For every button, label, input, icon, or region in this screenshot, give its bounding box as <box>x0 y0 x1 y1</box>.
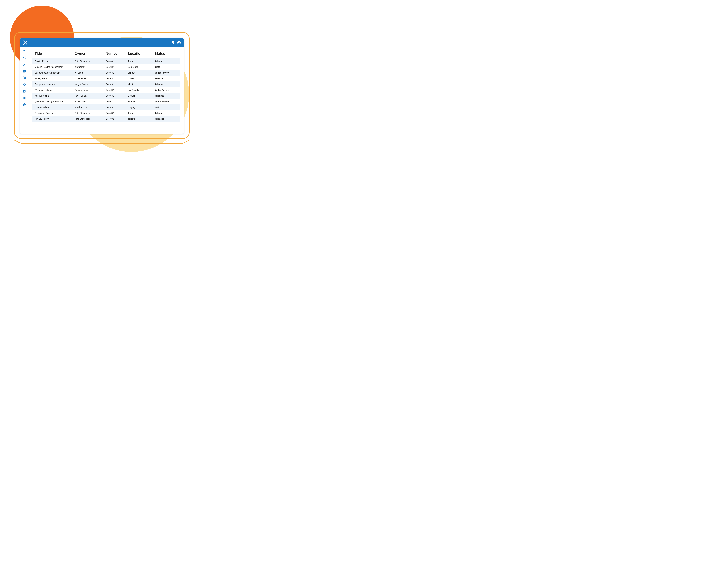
share-icon[interactable] <box>22 55 27 60</box>
svg-point-18 <box>24 105 25 106</box>
cell-title: Safety Plans <box>32 76 72 81</box>
table-row[interactable]: Material Testing AssessmentIan CarterDoc… <box>32 64 180 70</box>
cell-title: Terms and Conditions <box>32 110 72 116</box>
cell-number: Doc v3.1 <box>103 110 125 116</box>
cell-title: Subcontractor Agreement <box>32 70 72 76</box>
cell-number: Doc v3.1 <box>103 70 125 76</box>
gear-icon[interactable] <box>22 96 27 100</box>
cell-owner: Lucia Rojas <box>72 76 103 81</box>
cell-location: Toronto <box>125 58 152 64</box>
table-row[interactable]: Work InstructionsTamara PetersDoc v3.1Lo… <box>32 87 180 93</box>
dashboard-icon[interactable] <box>22 76 27 80</box>
home-icon[interactable] <box>22 49 27 53</box>
cell-number: Doc v3.1 <box>103 105 125 110</box>
svg-point-3 <box>25 56 26 57</box>
cell-owner: Pete Stevenson <box>72 116 103 122</box>
check-icon[interactable] <box>22 69 27 73</box>
cell-owner: Pete Stevenson <box>72 58 103 64</box>
cell-number: Doc v3.1 <box>103 87 125 93</box>
laptop-base <box>14 138 190 144</box>
cell-status: Released <box>152 116 180 122</box>
documents-table: Title Owner Number Location Status Quali… <box>32 50 180 122</box>
col-header-title[interactable]: Title <box>32 50 72 58</box>
table-row[interactable]: 2024 RoadmapKendra TemuDoc v3.1CalgaryDr… <box>32 105 180 110</box>
cell-title: Material Testing Assessment <box>32 64 72 70</box>
cell-owner: Ian Carter <box>72 64 103 70</box>
table-row[interactable]: Subcontractor AgreementAli ScottDoc v3.1… <box>32 70 180 76</box>
cell-title: Quarterly Training Pre-Read <box>32 99 72 105</box>
svg-point-4 <box>25 58 26 59</box>
cell-number: Doc v3.1 <box>103 64 125 70</box>
cell-title: Work Instructions <box>32 87 72 93</box>
sidebar <box>20 47 29 133</box>
main-content: Title Owner Number Location Status Quali… <box>29 47 184 133</box>
cell-title: Annual Testing <box>32 93 72 99</box>
cell-status: Released <box>152 81 180 87</box>
cell-location: Seattle <box>125 99 152 105</box>
cell-owner: Tamara Peters <box>72 87 103 93</box>
cell-location: Toronto <box>125 116 152 122</box>
eye-icon[interactable] <box>22 82 27 87</box>
cell-title: Equiptment Manuals <box>32 81 72 87</box>
cell-owner: Pete Stevenson <box>72 110 103 116</box>
cell-status: Under Review <box>152 70 180 76</box>
cell-owner: Kevin Singh <box>72 93 103 99</box>
cell-status: Draft <box>152 64 180 70</box>
svg-rect-15 <box>25 91 25 92</box>
app-header <box>20 38 184 47</box>
cell-number: Doc v3.1 <box>103 93 125 99</box>
cell-location: London <box>125 70 152 76</box>
cell-title: Privacy Policy <box>32 116 72 122</box>
svg-rect-8 <box>25 78 26 79</box>
svg-rect-6 <box>23 77 24 78</box>
cell-number: Doc v3.1 <box>103 116 125 122</box>
header-actions <box>171 41 181 44</box>
cell-status: Draft <box>152 105 180 110</box>
cell-owner: Megan Smith <box>72 81 103 87</box>
app-logo-icon <box>23 40 28 45</box>
cell-location: Calgary <box>125 105 152 110</box>
table-row[interactable]: Terms and ConditionsPete StevensonDoc v3… <box>32 110 180 116</box>
cell-location: San Diego <box>125 64 152 70</box>
cell-status: Released <box>152 93 180 99</box>
svg-rect-9 <box>23 78 24 79</box>
laptop-screen-frame: Title Owner Number Location Status Quali… <box>14 32 190 139</box>
col-header-owner[interactable]: Owner <box>72 50 103 58</box>
app-window: Title Owner Number Location Status Quali… <box>20 38 184 133</box>
cell-title: Quality Policy <box>32 58 72 64</box>
svg-rect-12 <box>23 90 26 91</box>
cell-status: Released <box>152 58 180 64</box>
table-row[interactable]: Annual TestingKevin SinghDoc v3.1DenverR… <box>32 93 180 99</box>
app-body: Title Owner Number Location Status Quali… <box>20 47 184 133</box>
calendar-icon[interactable] <box>22 89 27 93</box>
table-row[interactable]: Privacy PolicyPete StevensonDoc v3.1Toro… <box>32 116 180 122</box>
cell-number: Doc v3.1 <box>103 81 125 87</box>
svg-rect-16 <box>24 92 24 92</box>
user-account-icon[interactable] <box>177 41 181 44</box>
cell-title: 2024 Roadmap <box>32 105 72 110</box>
location-pin-icon[interactable] <box>171 41 175 44</box>
cell-owner: Kendra Temu <box>72 105 103 110</box>
laptop-illustration: Title Owner Number Location Status Quali… <box>14 32 190 144</box>
svg-point-10 <box>24 84 25 85</box>
cell-location: Los Angelos <box>125 87 152 93</box>
cell-number: Doc v3.1 <box>103 76 125 81</box>
cell-number: Doc v3.1 <box>103 58 125 64</box>
table-row[interactable]: Quality PolicyPete StevensonDoc v3.1Toro… <box>32 58 180 64</box>
svg-rect-13 <box>24 91 24 92</box>
col-header-location[interactable]: Location <box>125 50 152 58</box>
table-header-row: Title Owner Number Location Status <box>32 50 180 58</box>
pin-icon[interactable] <box>22 62 27 67</box>
table-row[interactable]: Equiptment ManualsMegan SmithDoc v3.1Mon… <box>32 81 180 87</box>
svg-point-1 <box>179 42 180 43</box>
table-row[interactable]: Safety PlansLucia RojasDoc v3.1DallasRel… <box>32 76 180 81</box>
cell-location: Denver <box>125 93 152 99</box>
table-row[interactable]: Quarterly Training Pre-ReadAlicia Garcia… <box>32 99 180 105</box>
svg-rect-7 <box>25 77 26 78</box>
col-header-number[interactable]: Number <box>103 50 125 58</box>
cell-location: Toronto <box>125 110 152 116</box>
col-header-status[interactable]: Status <box>152 50 180 58</box>
cell-status: Under Review <box>152 87 180 93</box>
cell-location: Dallas <box>125 76 152 81</box>
help-icon[interactable] <box>22 102 27 107</box>
